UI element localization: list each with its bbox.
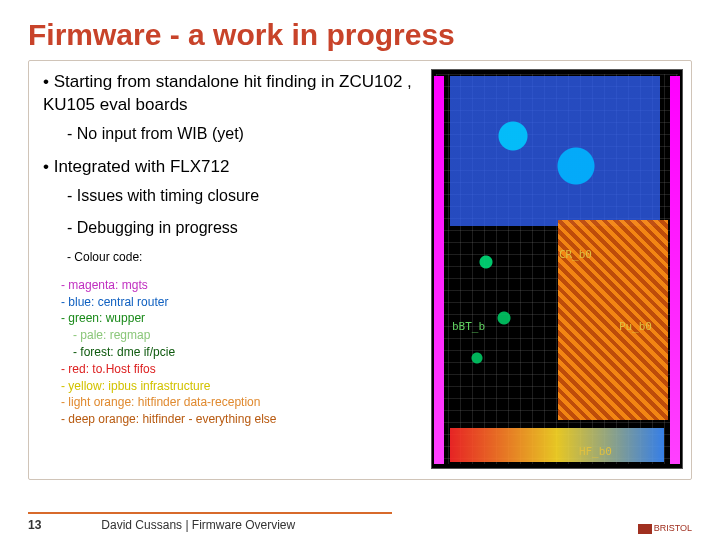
fpga-tag-bt: bBT_b	[452, 320, 485, 333]
slide-title: Firmware - a work in progress	[28, 18, 692, 52]
footer-accent-line	[28, 512, 392, 514]
footer: 13 David Cussans | Firmware Overview BRI…	[28, 518, 692, 532]
fpga-region-wupper	[450, 230, 540, 390]
logo-text: BRISTOL	[654, 523, 692, 533]
bullet-1a-text: No input from WIB (yet)	[77, 125, 244, 142]
fpga-region-bottom	[450, 428, 664, 462]
bullet-2b-text: Debugging in progress	[77, 219, 238, 236]
fpga-region-central-router	[450, 76, 660, 226]
bullet-2-text: Integrated with FLX712	[54, 157, 230, 176]
bullet-2c: Colour code:	[67, 249, 433, 265]
fpga-tag-cr: CR_b0	[559, 248, 592, 261]
footer-text: David Cussans | Firmware Overview	[101, 518, 295, 532]
bullet-2: Integrated with FLX712 Issues with timin…	[43, 156, 433, 264]
fpga-mgts-right	[670, 76, 680, 464]
page-number: 13	[28, 518, 41, 532]
fpga-tag-pu: Pu_b0	[619, 320, 652, 333]
fpga-tag-hf: HF_b0	[579, 445, 612, 458]
bullet-1a: No input from WIB (yet)	[67, 123, 433, 145]
content-box: Starting from standalone hit finding in …	[28, 60, 692, 480]
bullet-1: Starting from standalone hit finding in …	[43, 71, 433, 144]
university-logo: BRISTOL	[638, 524, 692, 534]
fpga-floorplan-image: CR_b0 bBT_b Pu_b0 HF_b0	[431, 69, 683, 469]
bullet-2a: Issues with timing closure	[67, 185, 433, 207]
logo-mark	[638, 524, 652, 534]
bullet-2a-text: Issues with timing closure	[77, 187, 259, 204]
bullet-2b: Debugging in progress	[67, 217, 433, 239]
bullet-list: Starting from standalone hit finding in …	[43, 71, 433, 265]
bullet-2c-text: Colour code:	[74, 250, 142, 264]
fpga-mgts-left	[434, 76, 444, 464]
slide: Firmware - a work in progress Starting f…	[0, 0, 720, 540]
bullet-1-text: Starting from standalone hit finding in …	[43, 72, 412, 114]
